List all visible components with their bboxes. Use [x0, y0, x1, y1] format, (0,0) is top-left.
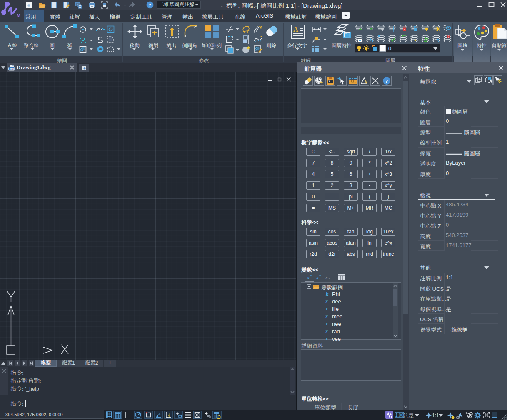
svg-text:x: x [325, 274, 328, 280]
svg-text:1:1: 1:1 [432, 412, 439, 418]
svg-text:UuUu: UuUu [351, 81, 356, 84]
svg-text:DWG: DWG [8, 68, 15, 70]
svg-text:?: ? [385, 78, 388, 84]
svg-text:x: x [325, 298, 328, 304]
svg-text:x: x [325, 313, 328, 319]
svg-text:x: x [325, 336, 328, 342]
svg-text:?: ? [149, 2, 151, 8]
svg-text:0: 0 [388, 45, 391, 52]
svg-text:+: + [319, 274, 321, 278]
svg-text:1.00: 1.00 [395, 413, 404, 418]
svg-text:+: + [310, 274, 312, 278]
svg-text:x: x [328, 276, 330, 280]
svg-text:公差: 公差 [403, 411, 414, 419]
svg-text:x: x [316, 274, 319, 280]
svg-text:x: x [325, 321, 328, 327]
svg-text:x: x [307, 274, 310, 280]
svg-text:k: k [326, 291, 329, 297]
svg-text:x: x [325, 306, 328, 312]
svg-text:A: A [293, 26, 298, 33]
svg-text:x: x [325, 328, 328, 334]
svg-text:M: M [17, 13, 20, 18]
